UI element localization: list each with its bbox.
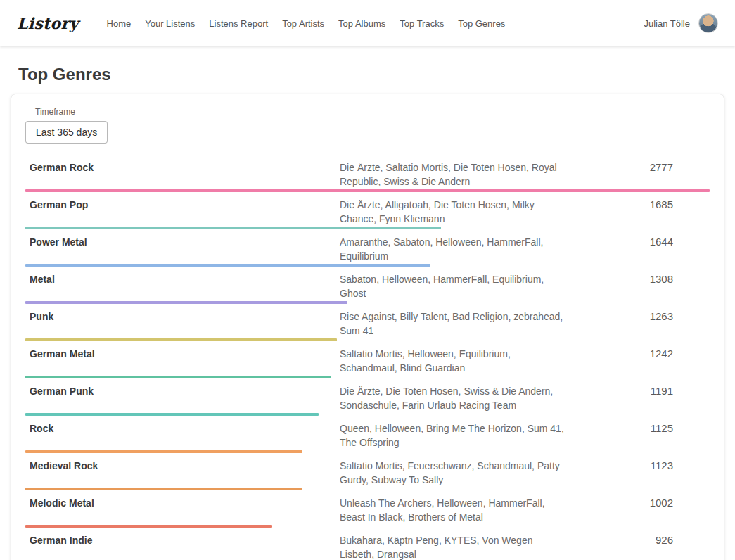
genre-artists: Saltatio Mortis, Feuerschwanz, Schandmau… — [340, 459, 573, 487]
user-name: Julian Tölle — [644, 18, 690, 29]
genre-table: German Rock Die Ärzte, Saltatio Mortis, … — [25, 155, 710, 560]
genre-count: 1191 — [573, 384, 710, 398]
genre-row: Punk Rise Against, Billy Talent, Bad Rel… — [25, 304, 710, 341]
nav-link-top-genres[interactable]: Top Genres — [458, 18, 505, 29]
genre-artists: Sabaton, Helloween, HammerFall, Equilibr… — [340, 272, 573, 300]
timeframe-select[interactable]: Last 365 days — [25, 121, 108, 144]
genre-artists: Saltatio Mortis, Helloween, Equilibrium,… — [340, 347, 573, 375]
genre-count: 1263 — [573, 310, 710, 324]
nav-link-top-tracks[interactable]: Top Tracks — [400, 18, 444, 29]
genre-name: Power Metal — [25, 235, 340, 249]
genre-name: German Pop — [25, 198, 340, 212]
genre-name: Medieval Rock — [25, 459, 340, 473]
genre-artists: Amaranthe, Sabaton, Helloween, HammerFal… — [340, 235, 573, 263]
genre-name: German Metal — [25, 347, 340, 361]
genre-name: Metal — [25, 272, 340, 286]
genre-count: 1125 — [573, 421, 710, 435]
genre-row: German Rock Die Ärzte, Saltatio Mortis, … — [25, 155, 710, 192]
genre-row: Melodic Metal Unleash The Archers, Hello… — [25, 490, 710, 528]
top-genres-card: Timeframe Last 365 days German Rock Die … — [11, 94, 724, 560]
genre-count: 1123 — [573, 459, 710, 473]
genre-artists: Rise Against, Billy Talent, Bad Religion… — [340, 310, 573, 338]
genre-row: German Indie Bukahara, Käptn Peng, KYTES… — [25, 528, 710, 560]
timeframe-label: Timeframe — [35, 107, 710, 117]
genre-artists: Unleash The Archers, Helloween, HammerFa… — [340, 496, 573, 524]
genre-row: German Pop Die Ärzte, Alligatoah, Die To… — [25, 192, 710, 229]
genre-row: Metal Sabaton, Helloween, HammerFall, Eq… — [25, 267, 710, 304]
genre-row: Medieval Rock Saltatio Mortis, Feuerschw… — [25, 453, 710, 490]
genre-name: German Indie — [25, 533, 340, 547]
genre-name: German Rock — [25, 160, 340, 174]
genre-count: 1002 — [573, 496, 710, 510]
app-logo[interactable]: Listory — [17, 14, 79, 32]
genre-name: Punk — [25, 310, 340, 324]
genre-count: 1308 — [573, 272, 710, 286]
timeframe-block: Timeframe Last 365 days — [25, 107, 710, 144]
nav-link-your-listens[interactable]: Your Listens — [145, 18, 195, 29]
nav-link-top-albums[interactable]: Top Albums — [338, 18, 385, 29]
page-title: Top Genres — [18, 65, 735, 84]
nav-link-top-artists[interactable]: Top Artists — [282, 18, 324, 29]
genre-row: German Punk Die Ärzte, Die Toten Hosen, … — [25, 378, 710, 416]
genre-name: German Punk — [25, 384, 340, 398]
genre-count: 1644 — [573, 235, 710, 249]
genre-artists: Bukahara, Käptn Peng, KYTES, Von Wegen L… — [340, 533, 573, 560]
nav-links: Home Your Listens Listens Report Top Art… — [107, 18, 506, 29]
genre-artists: Die Ärzte, Alligatoah, Die Toten Hosen, … — [340, 198, 573, 226]
user-menu[interactable]: Julian Tölle — [644, 13, 718, 33]
genre-count: 1242 — [573, 347, 710, 361]
genre-count: 2777 — [573, 160, 710, 174]
genre-name: Rock — [25, 421, 340, 435]
genre-row: Power Metal Amaranthe, Sabaton, Hellowee… — [25, 229, 710, 267]
genre-name: Melodic Metal — [25, 496, 340, 510]
genre-count: 1685 — [573, 198, 710, 212]
nav-link-home[interactable]: Home — [107, 18, 132, 29]
genre-artists: Queen, Helloween, Bring Me The Horizon, … — [340, 421, 573, 450]
nav-link-listens-report[interactable]: Listens Report — [209, 18, 268, 29]
genre-count: 926 — [573, 533, 710, 547]
genre-artists: Die Ärzte, Saltatio Mortis, Die Toten Ho… — [340, 160, 573, 189]
genre-row: Rock Queen, Helloween, Bring Me The Hori… — [25, 416, 710, 453]
genre-artists: Die Ärzte, Die Toten Hosen, Swiss & Die … — [340, 384, 573, 412]
user-avatar[interactable] — [698, 13, 718, 33]
genre-row: German Metal Saltatio Mortis, Helloween,… — [25, 341, 710, 378]
top-navbar: Listory Home Your Listens Listens Report… — [0, 0, 735, 46]
